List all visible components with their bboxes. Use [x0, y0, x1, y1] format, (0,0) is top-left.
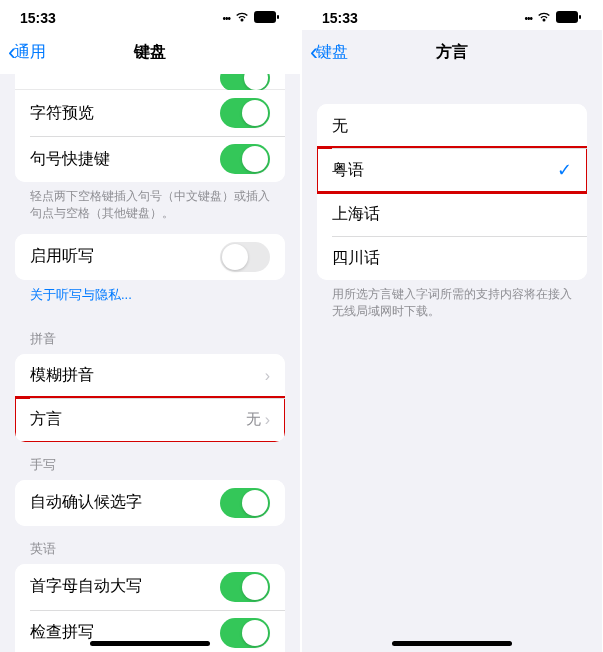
row-value: 无: [246, 410, 261, 429]
toggle-switch[interactable]: [220, 488, 270, 518]
row-auto-confirm[interactable]: 自动确认候选字: [15, 480, 285, 526]
home-indicator[interactable]: [90, 641, 210, 646]
chevron-right-icon: ›: [265, 367, 270, 385]
row-label: 句号快捷键: [30, 149, 110, 170]
checkmark-icon: ✓: [557, 159, 572, 181]
row-char-preview[interactable]: 字符预览: [15, 90, 285, 136]
row-dialect-none[interactable]: 无: [317, 104, 587, 148]
wifi-icon: [536, 9, 552, 27]
status-bar: 15:33 •••: [0, 0, 300, 30]
section-header-pinyin: 拼音: [0, 316, 300, 354]
section-header-handwriting: 手写: [0, 442, 300, 480]
row-fuzzy-pinyin[interactable]: 模糊拼音 ›: [15, 354, 285, 398]
status-time: 15:33: [20, 10, 56, 26]
row-label: 粤语: [332, 160, 364, 181]
svg-rect-1: [277, 15, 279, 19]
row-label: 方言: [30, 409, 62, 430]
row-period-shortcut[interactable]: 句号快捷键: [15, 136, 285, 182]
row-label: 上海话: [332, 204, 380, 225]
row-label: 检查拼写: [30, 622, 94, 643]
toggle-switch[interactable]: [220, 618, 270, 648]
status-indicators: •••: [222, 9, 280, 27]
row-auto-cap[interactable]: 首字母自动大写: [15, 564, 285, 610]
svg-rect-3: [579, 15, 581, 19]
row-dialect-cantonese[interactable]: 粤语 ✓: [317, 148, 587, 192]
row-label: 模糊拼音: [30, 365, 94, 386]
chevron-right-icon: ›: [265, 411, 270, 429]
dots-indicator: •••: [222, 13, 230, 24]
section-header-english: 英语: [0, 526, 300, 564]
svg-rect-0: [254, 11, 276, 23]
dictation-privacy-link[interactable]: 关于听写与隐私...: [0, 280, 300, 316]
toggle-switch[interactable]: [220, 98, 270, 128]
row-label: 启用听写: [30, 246, 94, 267]
svg-rect-2: [556, 11, 578, 23]
nav-bar: ‹ 键盘 方言: [302, 30, 602, 74]
row-dialect[interactable]: 方言 无 ›: [15, 398, 285, 442]
row-label: 首字母自动大写: [30, 576, 142, 597]
battery-icon: [556, 9, 582, 27]
nav-back-button[interactable]: ‹ 键盘: [310, 40, 348, 64]
wifi-icon: [234, 9, 250, 27]
partial-row: [15, 74, 285, 90]
status-time: 15:33: [322, 10, 358, 26]
row-dialect-sichuanese[interactable]: 四川话: [317, 236, 587, 280]
nav-title: 键盘: [134, 42, 166, 63]
row-label: 字符预览: [30, 103, 94, 124]
row-label: 自动确认候选字: [30, 492, 142, 513]
dots-indicator: •••: [524, 13, 532, 24]
nav-back-label: 通用: [14, 42, 46, 63]
toggle-switch[interactable]: [220, 242, 270, 272]
toggle-switch[interactable]: [220, 144, 270, 174]
battery-icon: [254, 9, 280, 27]
toggle-switch[interactable]: [220, 572, 270, 602]
row-enable-dictation[interactable]: 启用听写: [15, 234, 285, 280]
nav-bar: ‹ 通用 键盘: [0, 30, 300, 74]
nav-back-label: 键盘: [316, 42, 348, 63]
home-indicator[interactable]: [392, 641, 512, 646]
nav-title: 方言: [436, 42, 468, 63]
footer-note: 轻点两下空格键插入句号（中文键盘）或插入句点与空格（其他键盘）。: [0, 182, 300, 234]
status-bar: 15:33 •••: [302, 0, 602, 30]
footer-note: 用所选方言键入字词所需的支持内容将在接入无线局域网时下载。: [302, 280, 602, 332]
toggle-switch[interactable]: [220, 74, 270, 91]
status-indicators: •••: [524, 9, 582, 27]
row-label: 无: [332, 116, 348, 137]
nav-back-button[interactable]: ‹ 通用: [8, 40, 46, 64]
row-label: 四川话: [332, 248, 380, 269]
row-dialect-shanghainese[interactable]: 上海话: [317, 192, 587, 236]
